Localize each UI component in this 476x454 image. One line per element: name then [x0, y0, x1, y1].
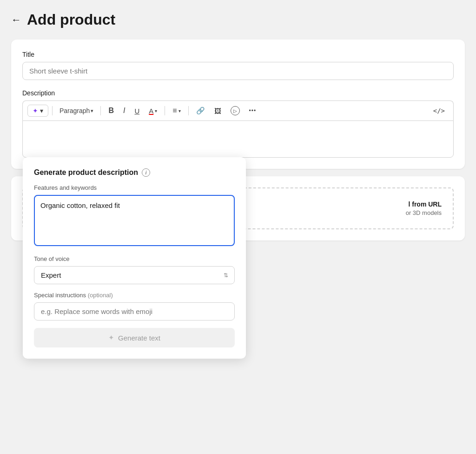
toolbar-divider-2 — [100, 106, 101, 115]
media-url-sub: or 3D models — [406, 209, 442, 216]
tone-label: Tone of voice — [34, 255, 235, 262]
toolbar-divider-1 — [52, 106, 53, 115]
special-instructions-input[interactable] — [34, 302, 235, 320]
font-color-chevron-icon: ▾ — [155, 108, 157, 114]
generate-popup-title: Generate product description i — [34, 168, 235, 177]
generate-text-button[interactable]: ✦ Generate text — [34, 328, 235, 347]
image-icon: 🖼 — [214, 107, 221, 115]
font-color-button[interactable]: A ▾ — [145, 105, 161, 117]
code-icon: </> — [433, 107, 445, 114]
description-section: Description ✦ ▾ Paragraph ▾ B I U A — [22, 89, 454, 158]
title-label: Title — [22, 51, 454, 58]
underline-button[interactable]: U — [131, 105, 143, 117]
media-url-info: l from URL or 3D models — [406, 200, 442, 216]
ai-chevron: ▾ — [40, 107, 43, 114]
sparkle-icon: ✦ — [33, 107, 38, 114]
video-icon: ▷ — [231, 106, 240, 115]
page-header: ← Add product — [11, 11, 465, 28]
link-button[interactable]: 🔗 — [192, 104, 209, 117]
video-button[interactable]: ▷ — [227, 104, 244, 118]
link-icon: 🔗 — [196, 107, 205, 115]
more-icon: ••• — [249, 107, 257, 114]
generate-sparkle-icon: ✦ — [108, 334, 114, 342]
font-color-label: A — [149, 107, 153, 115]
ai-assist-button[interactable]: ✦ ▾ — [27, 105, 48, 117]
description-toolbar: ✦ ▾ Paragraph ▾ B I U A ▾ — [22, 100, 454, 120]
paragraph-chevron-icon: ▾ — [91, 108, 93, 114]
toolbar-divider-4 — [188, 106, 189, 115]
paragraph-selector[interactable]: Paragraph ▾ — [56, 105, 97, 116]
features-textarea[interactable]: Organic cotton, relaxed fit — [34, 195, 235, 246]
more-button[interactable]: ••• — [245, 105, 260, 116]
paragraph-label: Paragraph — [60, 107, 90, 114]
image-button[interactable]: 🖼 — [211, 105, 225, 117]
italic-button[interactable]: I — [119, 104, 129, 117]
bold-button[interactable]: B — [105, 104, 118, 117]
code-button[interactable]: </> — [430, 105, 449, 117]
features-label: Features and keywords — [34, 184, 235, 191]
title-input[interactable] — [22, 62, 454, 80]
align-icon: ≡ — [172, 107, 177, 115]
align-chevron-icon: ▾ — [178, 108, 181, 114]
page-title: Add product — [27, 11, 115, 28]
info-icon: i — [142, 168, 150, 177]
description-label: Description — [22, 89, 454, 97]
media-url-title: l from URL — [406, 200, 442, 208]
tone-select[interactable]: Expert Friendly Professional Casual Witt… — [34, 266, 235, 284]
back-button[interactable]: ← — [11, 14, 21, 26]
product-form-card: Title Description ✦ ▾ Paragraph ▾ B I U — [11, 40, 465, 169]
toolbar-divider-3 — [165, 106, 165, 115]
special-label: Special instructions (optional) — [34, 292, 235, 299]
generate-popup: Generate product description i Features … — [23, 157, 246, 359]
tone-select-wrap: Expert Friendly Professional Casual Witt… — [34, 266, 235, 284]
align-button[interactable]: ≡ ▾ — [169, 104, 184, 117]
generate-text-label: Generate text — [118, 334, 160, 342]
description-editor[interactable]: Generate product description i Features … — [22, 120, 454, 158]
